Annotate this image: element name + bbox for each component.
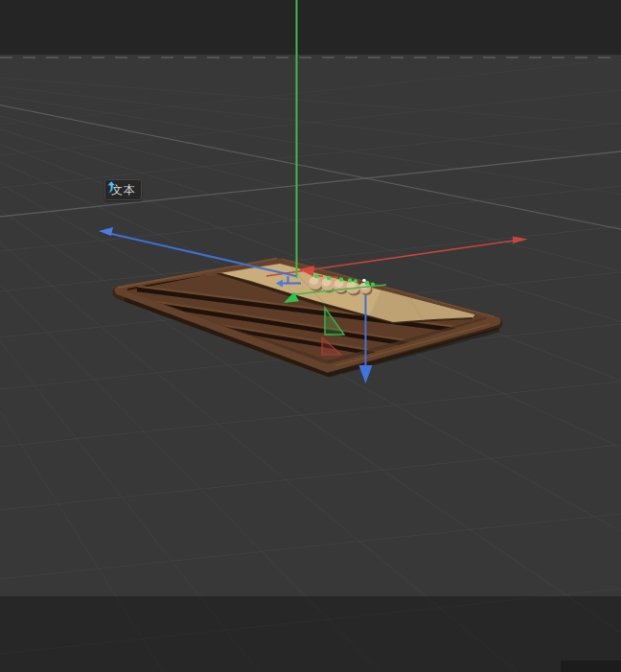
grid-line: [0, 90, 621, 155]
z-axis-line[interactable]: [105, 233, 296, 277]
overscan-top-strip: [0, 0, 621, 55]
corner-ui-fragment: [561, 660, 621, 672]
grid-line: [0, 105, 621, 230]
grid-line: [0, 78, 621, 125]
overscan-bottom-strip: [0, 596, 621, 672]
z-axis-arrow[interactable]: [99, 227, 113, 236]
grid-line: [0, 382, 621, 447]
wooden-plank-object[interactable]: [118, 259, 499, 376]
baseline-tick: [330, 277, 338, 278]
object-origin-point: [362, 279, 366, 283]
3d-viewport[interactable]: 文本: [0, 0, 621, 672]
viewport-scene: [0, 0, 621, 672]
grid-line: [0, 123, 621, 188]
grid-line: [0, 59, 621, 125]
grid-line: [0, 86, 621, 158]
grid-line: [0, 151, 621, 217]
baseline-tick: [318, 276, 323, 277]
grid-line: [0, 186, 621, 251]
grid-line: [0, 116, 621, 271]
x-axis-arrow[interactable]: [513, 237, 528, 244]
move-cursor-icon: [105, 180, 117, 195]
down-axis-arrow[interactable]: [359, 365, 373, 383]
tool-tooltip: 文本: [104, 179, 142, 200]
